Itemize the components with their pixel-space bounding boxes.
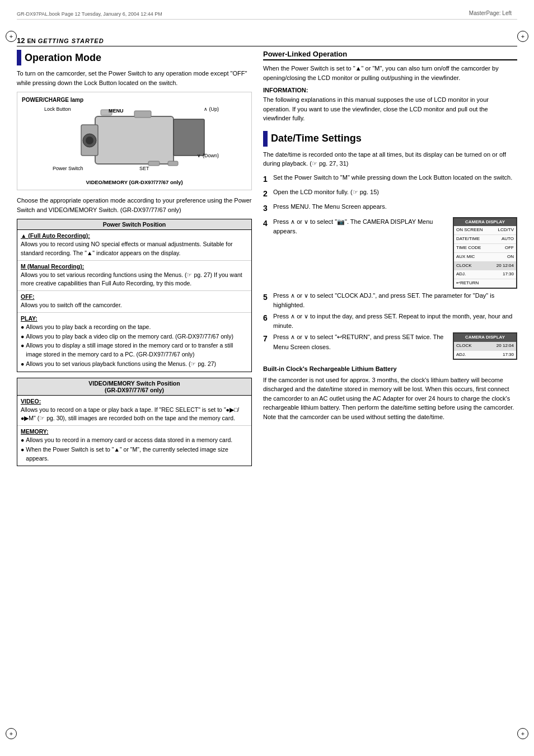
display-4-row-4: CLOCK 20 12:04: [454, 262, 516, 271]
video-body: Allows you to record on a tape or play b…: [21, 406, 248, 424]
play-bullet-1: ● Allows you to play back a video clip o…: [21, 332, 248, 341]
manual-title: M (Manual Recording):: [21, 263, 248, 270]
step-5: 5 Press ∧ or ∨ to select "CLOCK ADJ.", a…: [263, 291, 517, 309]
off-title: OFF:: [21, 293, 248, 300]
svg-rect-7: [148, 161, 160, 166]
page-header: 12 EN GETTING STARTED: [17, 36, 517, 46]
full-auto-section: ▲ (Full Auto Recording): Allows you to r…: [17, 230, 251, 261]
off-section: OFF: Allows you to switch off the camcor…: [17, 291, 251, 313]
step-4-text: Press ∧ or ∨ to select "📷". The CAMERA D…: [273, 218, 433, 235]
display-7: CAMERA DISPLAY CLOCK 20 12:04 ADJ. 17:30: [453, 332, 517, 360]
display-4-row-1: DATE/TIME AUTO: [454, 235, 516, 244]
language-label: EN: [27, 37, 35, 44]
display-4-row-0: ON SCREEN LCD/TV: [454, 226, 516, 235]
camera-diagram-area: POWER/CHARGE lamp: [17, 92, 252, 190]
step-1-text: Set the Power Switch to "M" while pressi…: [273, 173, 517, 182]
section-title: GETTING STARTED: [38, 37, 104, 44]
blue-bar: [17, 50, 21, 65]
svg-rect-5: [134, 111, 151, 118]
step-3-text: Press MENU. The Menu Screen appears.: [273, 202, 517, 212]
date-time-intro: The date/time is recorded onto the tape …: [263, 150, 517, 168]
power-linked-intro: When the Power Switch is set to "▲" or "…: [263, 64, 517, 82]
svg-point-3: [86, 137, 93, 144]
built-in-clock-section: Built-in Clock's Rechargeable Lithium Ba…: [263, 364, 517, 421]
operation-mode-intro: To turn on the camcorder, set the Power …: [17, 69, 252, 87]
page-outer: + + + + MasterPage: Left GR-DX97PAL.book…: [0, 0, 534, 756]
operation-mode-title: Operation Mode: [25, 52, 101, 64]
display-7-header: CAMERA DISPLAY: [454, 334, 516, 342]
play-bullet-2: ● Allows you to display a still image st…: [21, 341, 248, 359]
full-auto-title: ▲ (Full Auto Recording):: [21, 232, 248, 239]
date-time-section: Date/Time Settings The date/time is reco…: [263, 131, 517, 422]
play-bullet-3: ● Allows you to set various playback fun…: [21, 360, 248, 369]
display-7-row-0: CLOCK 20 12:04: [454, 342, 516, 351]
manual-section: M (Manual Recording): Allows you to set …: [17, 261, 251, 292]
display-4-row-3: AUX MIC ON: [454, 253, 516, 262]
operation-mode-heading: Operation Mode: [17, 50, 252, 65]
display-4-header: CAMERA DISPLAY: [454, 218, 516, 227]
date-time-title: Date/Time Settings: [271, 133, 362, 144]
step-6: 6 Press ∧ or ∨ to input the day, and pre…: [263, 312, 517, 330]
step-3: 3 Press MENU. The Menu Screen appears.: [263, 202, 517, 214]
main-content: Operation Mode To turn on the camcorder,…: [17, 50, 517, 472]
display-4: CAMERA DISPLAY ON SCREEN LCD/TV DATE/TIM…: [453, 217, 517, 289]
video-section: VIDEO: Allows you to record on a tape or…: [17, 396, 251, 426]
information-block: INFORMATION: The following explanations …: [263, 87, 517, 123]
svg-rect-6: [101, 110, 112, 115]
step-2-text: Open the LCD monitor fully. (☞ pg. 15): [273, 187, 517, 197]
step-1-num: 1: [263, 173, 271, 185]
svg-rect-4: [174, 119, 204, 156]
display-4-footer: ↩RETURN: [454, 279, 516, 288]
video-title: VIDEO:: [21, 398, 248, 405]
play-bullet-0: ● Allows you to play back a recording on…: [21, 323, 248, 332]
play-bullets: ● Allows you to play back a recording on…: [21, 323, 248, 369]
step-7: 7 Press ∧ or ∨ to select "↩RETURN", and …: [263, 332, 517, 360]
reg-mark-bl: +: [6, 728, 17, 739]
reg-mark-br: +: [517, 728, 528, 739]
step-4: 4 Press ∧ or ∨ to select "📷". The CAMERA…: [263, 217, 517, 289]
left-column: Operation Mode To turn on the camcorder,…: [17, 50, 252, 472]
display-4-row-2: TIME CODE OFF: [454, 244, 516, 253]
step-3-num: 3: [263, 202, 271, 214]
full-auto-body: Allows you to record using NO special ef…: [21, 240, 248, 258]
play-section: PLAY: ● Allows you to play back a record…: [17, 313, 251, 372]
off-body: Allows you to switch off the camcorder.: [21, 301, 248, 310]
video-memory-label: VIDEO/MEMORY (GR-DX97/77/67 only): [22, 179, 247, 185]
date-time-heading: Date/Time Settings: [263, 131, 517, 147]
steps-list: 1 Set the Power Switch to "M" while pres…: [263, 173, 517, 360]
power-linked-section: Power-Linked Operation When the Power Sw…: [263, 50, 517, 123]
date-time-blue-bar: [263, 131, 268, 147]
play-title: PLAY:: [21, 315, 248, 322]
reg-mark-tl: +: [6, 31, 17, 42]
file-info: GR-DX97PAL.book Page 12 Tuesday, January…: [17, 11, 517, 20]
step-4-num: 4: [263, 217, 271, 229]
power-switch-table: Power Switch Position ▲ (Full Auto Recor…: [17, 219, 252, 372]
manual-body: Allows you to set various recording func…: [21, 271, 248, 289]
step-7-text: Press ∧ or ∨ to select "↩RETURN", and pr…: [273, 334, 443, 350]
right-column: Power-Linked Operation When the Power Sw…: [263, 50, 517, 472]
display-7-row-1: ADJ. 17:30: [454, 351, 516, 359]
built-in-clock-text: If the camcorder is not used for approx.…: [263, 375, 517, 422]
information-text: The following explanations in this manua…: [263, 95, 517, 123]
step-5-text: Press ∧ or ∨ to select "CLOCK ADJ.", and…: [273, 291, 517, 309]
page-number: 12: [17, 36, 25, 45]
step-6-num: 6: [263, 312, 271, 324]
step-2-num: 2: [263, 187, 271, 200]
step-6-text: Press ∧ or ∨ to input the day, and press…: [273, 312, 517, 330]
memory-bullets: ● Allows you to record in a memory card …: [21, 436, 248, 463]
power-linked-title: Power-Linked Operation: [263, 50, 517, 60]
memory-title: MEMORY:: [21, 428, 248, 435]
video-memory-table-header: VIDEO/MEMORY Switch Position (GR-DX97/77…: [17, 378, 251, 396]
memory-bullet-1: ● When the Power Switch is set to "▲" or…: [21, 445, 248, 463]
step-5-num: 5: [263, 291, 271, 303]
choose-text: Choose the appropriate operation mode ac…: [17, 196, 252, 214]
masterpage-label: MasterPage: Left: [469, 10, 512, 16]
memory-bullet-0: ● Allows you to record in a memory card …: [21, 436, 248, 445]
memory-section: MEMORY: ● Allows you to record in a memo…: [17, 426, 251, 466]
step-1: 1 Set the Power Switch to "M" while pres…: [263, 173, 517, 185]
reg-mark-tr: +: [517, 31, 528, 42]
information-label: INFORMATION:: [263, 87, 517, 93]
svg-rect-0: [95, 116, 174, 164]
camera-svg: [50, 105, 218, 175]
built-in-clock-title: Built-in Clock's Rechargeable Lithium Ba…: [263, 364, 517, 374]
